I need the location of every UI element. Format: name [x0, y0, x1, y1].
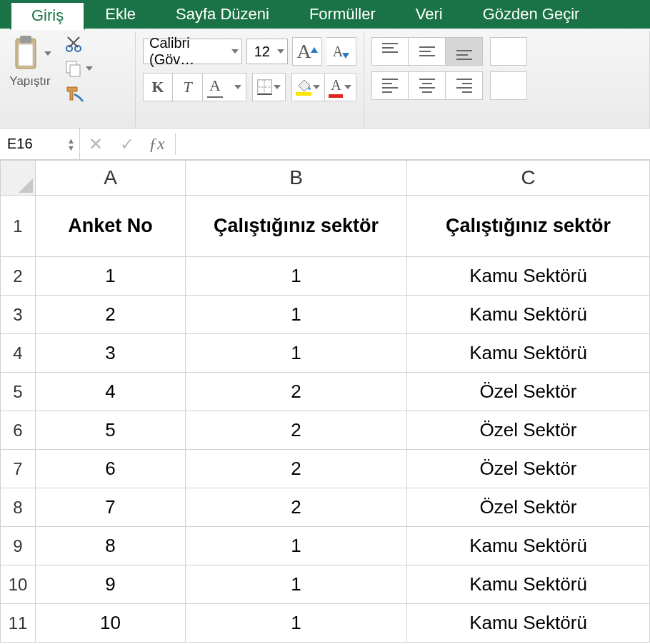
- spreadsheet-grid[interactable]: A B C 1 Anket No Çalıştığınız sektör Çal…: [0, 160, 650, 643]
- cell[interactable]: Anket No: [36, 196, 186, 257]
- cut-button[interactable]: [64, 34, 93, 54]
- cell[interactable]: 1: [186, 604, 407, 643]
- row-header[interactable]: 1: [0, 196, 36, 257]
- formula-input[interactable]: [180, 129, 650, 159]
- column-header-C[interactable]: C: [407, 160, 650, 196]
- underline-button[interactable]: A: [203, 73, 246, 101]
- align-left-button[interactable]: [371, 71, 409, 100]
- tab-data[interactable]: Veri: [396, 0, 463, 29]
- row-header[interactable]: 6: [0, 411, 36, 450]
- font-name-dropdown[interactable]: Calibri (Göv…: [143, 39, 242, 64]
- cell[interactable]: Özel Sektör: [407, 450, 650, 488]
- cell[interactable]: 7: [36, 488, 186, 527]
- chevron-down-icon: [231, 49, 239, 54]
- cell[interactable]: 1: [186, 334, 407, 373]
- font-color-button[interactable]: A: [325, 73, 356, 101]
- row-header[interactable]: 2: [0, 257, 36, 296]
- scissors-icon: [64, 35, 83, 54]
- row-header[interactable]: 3: [0, 296, 36, 334]
- row-header[interactable]: 9: [0, 527, 36, 565]
- row-header[interactable]: 5: [0, 373, 36, 411]
- cell[interactable]: 1: [36, 257, 186, 296]
- chevron-down-icon: [344, 85, 351, 89]
- fill-color-button[interactable]: [291, 73, 325, 101]
- cell[interactable]: Çalıştığınız sektör: [407, 196, 650, 257]
- borders-button[interactable]: [252, 73, 286, 101]
- row-header[interactable]: 11: [0, 604, 36, 643]
- cell[interactable]: Kamu Sektörü: [407, 257, 650, 296]
- fx-icon[interactable]: ƒx: [149, 134, 165, 154]
- svg-rect-1: [20, 36, 31, 43]
- paste-button[interactable]: Yapıştır: [9, 34, 51, 89]
- cell[interactable]: Kamu Sektörü: [407, 334, 650, 373]
- cell[interactable]: 2: [36, 296, 186, 334]
- name-box[interactable]: E16 ▲▼: [0, 129, 80, 159]
- cell[interactable]: Kamu Sektörü: [407, 565, 650, 604]
- cell[interactable]: 4: [36, 373, 186, 411]
- font-size-dropdown[interactable]: 12: [246, 39, 288, 64]
- align-center-button[interactable]: [409, 71, 446, 100]
- svg-rect-6: [70, 65, 80, 76]
- cell[interactable]: 1: [186, 296, 407, 334]
- cell[interactable]: 9: [36, 565, 186, 604]
- cell[interactable]: 2: [186, 450, 407, 488]
- copy-icon: [64, 59, 83, 78]
- tab-page-layout[interactable]: Sayfa Düzeni: [156, 0, 289, 29]
- row-header[interactable]: 4: [0, 334, 36, 373]
- align-right-button[interactable]: [446, 71, 483, 100]
- bold-button[interactable]: K: [143, 73, 173, 101]
- align-bottom-button[interactable]: [446, 37, 483, 66]
- align-top-button[interactable]: [371, 37, 409, 66]
- format-painter-button[interactable]: [64, 83, 93, 103]
- cell[interactable]: Kamu Sektörü: [407, 604, 650, 643]
- group-font: Calibri (Göv… 12 A A K T A: [136, 31, 364, 128]
- decrease-font-button[interactable]: A: [326, 37, 356, 66]
- cell[interactable]: 6: [36, 450, 186, 488]
- increase-font-button[interactable]: A: [292, 37, 322, 66]
- cell[interactable]: Özel Sektör: [407, 373, 650, 411]
- cell[interactable]: Özel Sektör: [407, 411, 650, 450]
- row-header[interactable]: 10: [0, 565, 36, 604]
- confirm-edit-button[interactable]: ✓: [111, 134, 143, 154]
- column-header-A[interactable]: A: [36, 160, 186, 196]
- tab-home[interactable]: Giriş: [10, 1, 85, 30]
- copy-button[interactable]: [64, 59, 93, 79]
- cancel-edit-button[interactable]: ✕: [80, 134, 111, 154]
- formula-bar: E16 ▲▼ ✕ ✓ ƒx: [0, 129, 650, 160]
- tab-review[interactable]: Gözden Geçir: [463, 0, 600, 29]
- cell[interactable]: 2: [186, 373, 407, 411]
- column-header-B[interactable]: B: [186, 160, 407, 196]
- cell[interactable]: 2: [186, 488, 407, 527]
- chevron-down-icon: [313, 85, 320, 89]
- cell[interactable]: 5: [36, 411, 186, 450]
- name-box-value: E16: [7, 136, 33, 152]
- chevron-down-icon: [274, 85, 281, 89]
- italic-button[interactable]: T: [173, 73, 203, 101]
- row-header[interactable]: 8: [0, 488, 36, 527]
- cell[interactable]: Çalıştığınız sektör: [186, 196, 407, 257]
- svg-rect-2: [19, 44, 33, 66]
- cell[interactable]: Kamu Sektörü: [407, 296, 650, 334]
- tab-formulas[interactable]: Formüller: [289, 0, 396, 29]
- triangle-down-icon: [342, 53, 349, 59]
- cell[interactable]: 1: [186, 257, 407, 296]
- cell[interactable]: 10: [36, 604, 186, 643]
- svg-point-7: [308, 87, 311, 90]
- font-size-value: 12: [254, 44, 270, 60]
- cell[interactable]: 1: [186, 565, 407, 604]
- row-header[interactable]: 7: [0, 450, 36, 488]
- orientation-button[interactable]: [490, 37, 527, 66]
- select-all-corner[interactable]: [0, 160, 36, 196]
- clipboard-icon: [9, 34, 43, 73]
- cell[interactable]: 3: [36, 334, 186, 373]
- cell[interactable]: 1: [186, 527, 407, 565]
- decrease-indent-button[interactable]: [490, 71, 527, 100]
- align-middle-button[interactable]: [409, 37, 446, 66]
- spinner-down-icon[interactable]: ▼: [67, 144, 75, 151]
- cell[interactable]: 2: [186, 411, 407, 450]
- cell[interactable]: Kamu Sektörü: [407, 527, 650, 565]
- cell[interactable]: 8: [36, 527, 186, 565]
- cell[interactable]: Özel Sektör: [407, 488, 650, 527]
- tab-insert[interactable]: Ekle: [85, 0, 156, 29]
- spinner-up-icon[interactable]: ▲: [67, 137, 75, 144]
